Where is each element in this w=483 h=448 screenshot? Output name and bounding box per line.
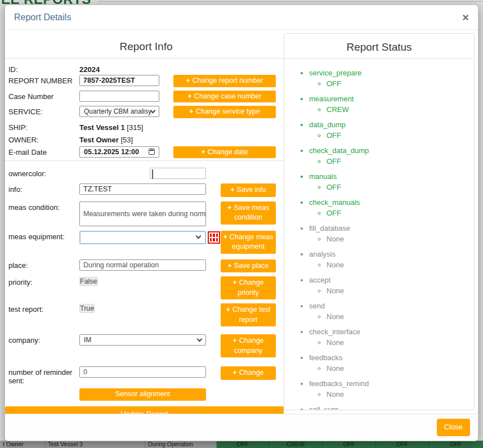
color-swatch xyxy=(152,169,153,179)
status-item-name: fill_database xyxy=(309,224,350,232)
status-item-value: None xyxy=(327,364,474,374)
close-button[interactable]: Close xyxy=(437,419,470,436)
priority-label: priority: xyxy=(8,276,79,286)
status-item-value: None xyxy=(327,312,474,322)
owner-label: OWNER: xyxy=(8,134,79,144)
status-list: service_prepare OFF measurement CREW dat… xyxy=(309,68,474,410)
report-info-panel: Report Info ID: 22024 REPORT NUMBER +Cha… xyxy=(8,33,284,410)
id-label: ID: xyxy=(8,64,79,74)
place-input[interactable] xyxy=(79,259,206,271)
change-service-type-button[interactable]: +Change service type xyxy=(173,106,276,118)
close-icon[interactable]: × xyxy=(462,13,469,22)
status-item: check_manuals OFF xyxy=(309,198,474,218)
reminders-input[interactable] xyxy=(79,366,206,378)
status-item-name: call_supr xyxy=(309,405,338,410)
update-report-button[interactable]: Update Report xyxy=(5,406,284,414)
equipment-table-icon[interactable] xyxy=(208,231,220,244)
report-info-title: Report Info xyxy=(8,33,284,58)
meas-equipment-label: meas equipment: xyxy=(8,231,79,241)
change-date-button[interactable]: +Change date xyxy=(173,146,276,159)
status-item-name: feedbacks_remind xyxy=(309,379,369,388)
status-item-name: service_prepare xyxy=(309,69,361,77)
plus-icon: + xyxy=(227,262,231,270)
ownercolor-picker[interactable] xyxy=(150,168,206,179)
report-status-panel: Report Status service_prepare OFF measur… xyxy=(284,33,475,410)
plus-icon: + xyxy=(232,337,236,344)
info-label: info: xyxy=(8,183,79,194)
modal-body: Report Info ID: 22024 REPORT NUMBER +Cha… xyxy=(5,30,478,414)
email-date-input[interactable]: 05.12.2025 12:00 xyxy=(79,146,159,158)
status-item-value: None xyxy=(327,389,474,400)
status-item-value: OFF xyxy=(327,208,474,218)
status-item: measurement CREW xyxy=(309,94,474,115)
status-item-value: None xyxy=(327,234,474,244)
plus-icon: + xyxy=(232,279,236,286)
plus-icon: + xyxy=(202,148,205,156)
status-item: check_data_dump OFF xyxy=(309,146,474,167)
plus-icon: + xyxy=(227,204,231,212)
status-item-value: OFF xyxy=(327,182,474,192)
save-info-button[interactable]: +Save info xyxy=(221,183,276,197)
owner-value: Test Owner [53] xyxy=(79,134,133,144)
status-item-name: check_data_dump xyxy=(309,146,369,155)
status-item: accept None xyxy=(309,275,474,296)
id-value: 22024 xyxy=(79,64,100,74)
status-item-name: data_dump xyxy=(309,120,346,129)
plus-icon: + xyxy=(230,186,234,194)
status-item-name: check_manuals xyxy=(309,198,360,207)
sensor-alignment-button[interactable]: Sensor alignment xyxy=(79,388,206,401)
status-item-value: CREW xyxy=(327,105,474,115)
reminders-label: number of reminder sent: xyxy=(8,366,79,385)
email-date-label: E-mail Date xyxy=(8,146,79,156)
chevron-down-icon xyxy=(197,336,203,342)
case-number-label: Case Number xyxy=(8,91,79,101)
change-report-number-button[interactable]: +Change report number xyxy=(173,75,276,87)
change-meas-equipment-button[interactable]: +Change meas equipment xyxy=(221,231,276,254)
change-test-report-button[interactable]: +Change test report xyxy=(221,303,276,326)
status-item-name: manuals xyxy=(309,172,337,181)
plus-icon: + xyxy=(226,306,230,313)
status-item-name: analysis xyxy=(309,250,336,258)
test-report-value: True xyxy=(79,304,95,313)
plus-icon: + xyxy=(186,77,190,84)
status-item: check_interface None xyxy=(309,327,474,348)
test-report-label: test report: xyxy=(8,303,79,313)
meas-equipment-select[interactable] xyxy=(79,231,206,244)
report-status-title: Report Status xyxy=(284,34,474,59)
save-meas-condition-button[interactable]: +Save meas condition xyxy=(221,201,276,225)
divider xyxy=(5,160,285,161)
report-number-input[interactable] xyxy=(79,75,159,86)
ownercolor-label: ownercolor: xyxy=(8,168,79,178)
status-item-name: accept xyxy=(309,276,330,284)
plus-icon: + xyxy=(188,92,192,100)
service-select[interactable]: Quarterly CBM analisys xyxy=(79,106,159,117)
meas-condition-label: meas condition: xyxy=(8,201,79,212)
status-item-value: None xyxy=(327,260,474,270)
change-company-button[interactable]: +Change company xyxy=(221,334,276,357)
change-reminders-button[interactable]: +Change xyxy=(221,366,276,380)
save-place-button[interactable]: +Save place xyxy=(221,259,276,273)
report-details-modal: Report Details × Report Info ID: 22024 R… xyxy=(5,5,478,441)
status-item-name: measurement xyxy=(309,95,354,103)
company-select[interactable]: IM xyxy=(79,334,206,346)
plus-icon: + xyxy=(189,107,193,115)
modal-title: Report Details xyxy=(14,12,71,23)
change-case-number-button[interactable]: +Change case number xyxy=(173,91,276,103)
status-item-value: OFF xyxy=(327,156,474,167)
change-priority-button[interactable]: +Change priority xyxy=(221,276,276,299)
case-number-input[interactable] xyxy=(79,91,159,102)
status-item: feedbacks_remind None xyxy=(309,379,474,400)
status-item: service_prepare OFF xyxy=(309,68,474,89)
status-item: send None xyxy=(309,301,474,322)
status-item-value: OFF xyxy=(327,131,474,141)
info-input[interactable] xyxy=(79,183,206,195)
place-label: place: xyxy=(8,259,79,270)
company-label: company: xyxy=(8,334,79,344)
ship-value: Test Vessel 1 [315] xyxy=(79,122,143,132)
meas-condition-input[interactable]: Measurements were taken during normal op… xyxy=(79,201,206,226)
status-item: call_supr None xyxy=(309,405,474,410)
status-item: fill_database None xyxy=(309,223,474,244)
status-item-name: check_interface xyxy=(309,328,360,336)
status-item: feedbacks None xyxy=(309,353,474,374)
chevron-down-icon xyxy=(196,234,202,239)
